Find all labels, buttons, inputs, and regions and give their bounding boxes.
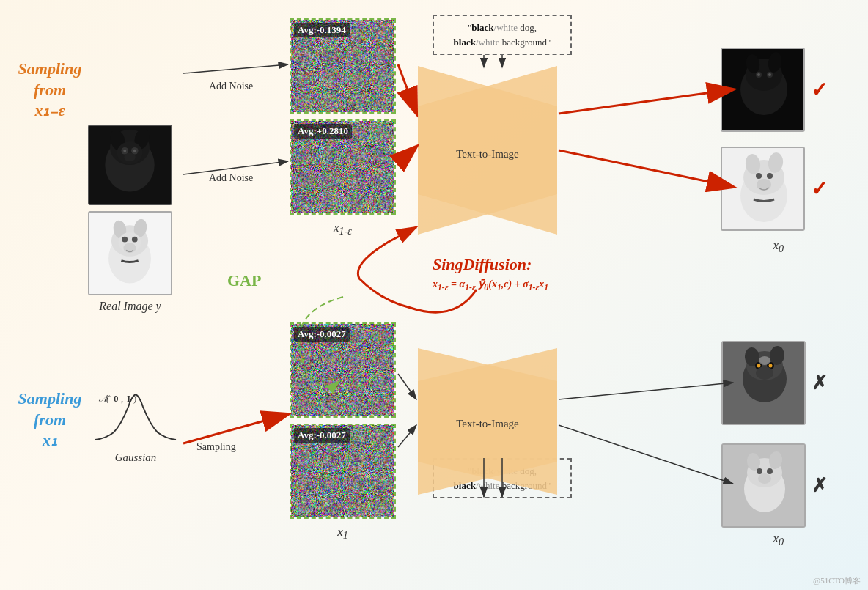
main-diagram: Sampling from x₁₋ε Sampling from x₁ bbox=[0, 0, 868, 590]
svg-point-53 bbox=[759, 356, 770, 365]
gaussian-curve: 𝒩( 0 , I ) bbox=[92, 388, 180, 447]
svg-point-42 bbox=[757, 179, 771, 191]
svg-line-82 bbox=[559, 383, 733, 399]
svg-point-33 bbox=[757, 73, 760, 76]
real-image-label: Real Image y bbox=[88, 300, 172, 313]
check-mark-2: ✓ bbox=[811, 177, 828, 201]
svg-text:,: , bbox=[121, 393, 123, 404]
svg-point-9 bbox=[133, 150, 136, 152]
gaussian-label: Gaussian bbox=[92, 451, 180, 464]
watermark: @51CTO博客 bbox=[813, 575, 861, 586]
svg-text:𝒩(: 𝒩( bbox=[98, 393, 111, 404]
noise-avg-3: Avg:-0.0027 bbox=[294, 327, 350, 342]
cross-mark-2: ✗ bbox=[812, 474, 828, 497]
noise-section-bottom: Avg:-0.0027 Avg:-0.0027 x1 bbox=[290, 322, 396, 542]
result-3: ✗ bbox=[721, 341, 828, 425]
noise-box-4: Avg:-0.0027 bbox=[290, 424, 396, 519]
result-4: ✗ bbox=[721, 443, 828, 528]
bowtie-bottom: Text-to-Image bbox=[418, 348, 557, 495]
x0-label-bottom: x0 bbox=[773, 531, 784, 548]
result-img-4 bbox=[721, 443, 806, 528]
svg-point-60 bbox=[767, 468, 773, 474]
bowtie-top: Text-to-Image bbox=[418, 66, 557, 235]
x0-label-top: x0 bbox=[773, 238, 784, 255]
sampling-arrow-label: Sampling bbox=[196, 441, 236, 453]
noise-avg-1: Avg:-0.1394 bbox=[294, 23, 350, 37]
noise-box-3: Avg:-0.0027 bbox=[290, 322, 396, 418]
svg-point-34 bbox=[768, 73, 771, 76]
result-img-3 bbox=[721, 341, 806, 425]
white-dog-image bbox=[88, 211, 172, 295]
svg-point-50 bbox=[757, 364, 761, 368]
svg-text:Text-to-Image: Text-to-Image bbox=[456, 418, 519, 429]
add-noise-label-2: Add Noise bbox=[209, 172, 253, 184]
sing-diffusion-label: SingDiffusion: bbox=[433, 255, 532, 274]
svg-line-74 bbox=[398, 147, 416, 163]
svg-point-51 bbox=[769, 364, 773, 368]
svg-point-40 bbox=[756, 173, 762, 179]
noise-avg-4: Avg:-0.0027 bbox=[294, 428, 350, 443]
svg-text:I: I bbox=[127, 393, 130, 404]
svg-line-71 bbox=[183, 64, 288, 73]
svg-point-10 bbox=[124, 153, 135, 162]
svg-line-80 bbox=[398, 374, 416, 399]
result-2: ✓ bbox=[721, 147, 828, 231]
svg-text:0: 0 bbox=[114, 393, 119, 404]
noise-avg-2: Avg:+0.2810 bbox=[294, 124, 352, 139]
gap-label: GAP bbox=[227, 271, 261, 290]
bowtie-bottom-svg: Text-to-Image bbox=[418, 348, 557, 495]
svg-line-75 bbox=[559, 89, 733, 114]
svg-line-81 bbox=[398, 425, 416, 447]
sampling-bottom-label: Sampling from x₁ bbox=[13, 388, 87, 451]
prompt-box-top: "black/white dog, black/white background… bbox=[433, 15, 572, 55]
svg-point-52 bbox=[756, 366, 773, 380]
result-img-1 bbox=[721, 48, 805, 132]
svg-text:): ) bbox=[133, 393, 136, 404]
cross-mark-1: ✗ bbox=[812, 372, 828, 394]
black-dog-svg bbox=[89, 126, 171, 204]
svg-point-59 bbox=[757, 468, 762, 474]
bowtie-top-svg: Text-to-Image bbox=[418, 66, 557, 235]
svg-text:Text-to-Image: Text-to-Image bbox=[456, 148, 519, 160]
real-image-section: Real Image y bbox=[88, 125, 172, 313]
noise-box-2: Avg:+0.2810 bbox=[290, 119, 396, 215]
gaussian-container: 𝒩( 0 , I ) Gaussian bbox=[92, 388, 180, 464]
white-dog-svg bbox=[89, 213, 171, 294]
noise-section-top: Avg:-0.1394 Avg:+0.2810 x1-ε bbox=[290, 18, 396, 237]
svg-point-41 bbox=[767, 173, 773, 179]
svg-point-61 bbox=[758, 473, 771, 484]
result-img-2 bbox=[721, 147, 805, 231]
x1-epsilon-label: x1-ε bbox=[290, 221, 396, 237]
sing-formula: x1-ε = α1-ε ȳθ(x1,c) + σ1-εx1 bbox=[433, 277, 548, 292]
svg-line-73 bbox=[398, 64, 416, 114]
svg-line-79 bbox=[183, 414, 288, 443]
check-mark-1: ✓ bbox=[811, 78, 828, 102]
svg-point-18 bbox=[132, 237, 138, 243]
black-dog-image bbox=[88, 125, 172, 205]
svg-point-8 bbox=[123, 150, 126, 152]
sampling-top-label: Sampling from x₁₋ε bbox=[13, 59, 87, 122]
svg-point-17 bbox=[122, 237, 128, 243]
svg-line-76 bbox=[559, 150, 733, 187]
svg-line-83 bbox=[559, 425, 733, 484]
result-1: ✓ bbox=[721, 48, 828, 132]
x1-label: x1 bbox=[290, 525, 396, 542]
noise-box-1: Avg:-0.1394 bbox=[290, 18, 396, 114]
add-noise-label-1: Add Noise bbox=[209, 81, 253, 92]
